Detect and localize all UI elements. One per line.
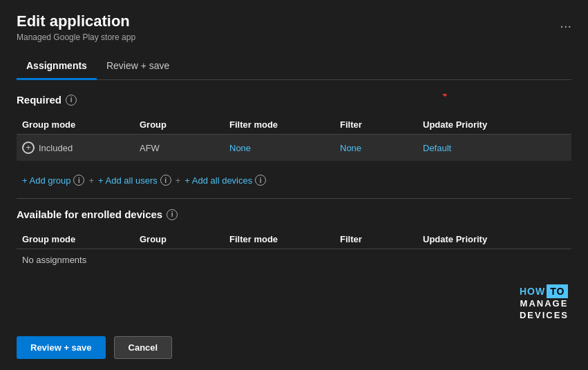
tab-assignments[interactable]: Assignments bbox=[17, 55, 97, 80]
section-divider bbox=[17, 198, 571, 199]
add-devices-info-icon[interactable]: i bbox=[255, 175, 266, 186]
content-area: Required i Group mode Group Filter mode … bbox=[17, 94, 571, 327]
enrolled-header-group: Group bbox=[140, 234, 229, 244]
cancel-button[interactable]: Cancel bbox=[114, 336, 173, 359]
header-area: Edit application Managed Google Play sto… bbox=[17, 12, 571, 42]
required-table-row: + Included AFW None None Default bbox=[17, 135, 571, 161]
included-plus-icon: + bbox=[22, 142, 35, 154]
footer-buttons: Review + save Cancel bbox=[17, 327, 571, 359]
tabs-row: Assignments Review + save bbox=[17, 55, 571, 80]
add-all-devices-link[interactable]: + Add all devices bbox=[184, 175, 252, 186]
cell-filter-mode[interactable]: None bbox=[229, 143, 340, 153]
enrolled-header-filter: Filter bbox=[340, 234, 423, 244]
enrolled-table-header: Group mode Group Filter mode Filter Upda… bbox=[17, 230, 571, 249]
more-options-button[interactable]: ... bbox=[560, 15, 571, 31]
header-group-mode: Group mode bbox=[22, 119, 140, 130]
watermark: HOW TO MANAGE DEVICES bbox=[520, 284, 569, 322]
enrolled-section-title: Available for enrolled devices i bbox=[17, 208, 571, 220]
required-info-icon[interactable]: i bbox=[66, 95, 77, 106]
enrolled-header-group-mode: Group mode bbox=[22, 234, 140, 244]
watermark-devices: DEVICES bbox=[520, 310, 569, 322]
add-users-info-icon[interactable]: i bbox=[160, 175, 171, 186]
enrolled-table: Group mode Group Filter mode Filter Upda… bbox=[17, 230, 571, 271]
add-group-info-icon[interactable]: i bbox=[73, 175, 84, 186]
cell-group: AFW bbox=[140, 143, 229, 153]
watermark-manage: MANAGE bbox=[520, 298, 569, 310]
header-update-priority: Update Priority bbox=[423, 119, 533, 130]
cell-filter[interactable]: None bbox=[340, 143, 423, 153]
review-save-button[interactable]: Review + save bbox=[17, 336, 106, 359]
no-assignments-text: No assignments bbox=[17, 249, 571, 271]
svg-line-0 bbox=[435, 94, 445, 95]
enrolled-header-filter-mode: Filter mode bbox=[229, 234, 340, 244]
enrolled-header-update-priority: Update Priority bbox=[423, 234, 533, 244]
page-subtitle: Managed Google Play store app bbox=[17, 32, 135, 42]
header-group: Group bbox=[140, 119, 229, 130]
red-arrow-icon bbox=[430, 94, 460, 124]
required-table-header: Group mode Group Filter mode Filter Upda… bbox=[17, 115, 571, 135]
cell-group-mode: + Included bbox=[22, 142, 140, 154]
add-all-users-link[interactable]: + Add all users bbox=[98, 175, 158, 186]
enrolled-info-icon[interactable]: i bbox=[167, 209, 178, 220]
required-section-title: Required i bbox=[17, 94, 571, 106]
add-group-link[interactable]: + Add group bbox=[22, 175, 70, 186]
add-links-row: + Add group i + + Add all users i + + Ad… bbox=[17, 168, 571, 195]
cell-update-priority[interactable]: Default bbox=[423, 143, 533, 153]
title-block: Edit application Managed Google Play sto… bbox=[17, 12, 135, 42]
tab-review-save[interactable]: Review + save bbox=[97, 55, 179, 80]
watermark-to: TO bbox=[547, 284, 568, 298]
main-container: Edit application Managed Google Play sto… bbox=[0, 0, 588, 370]
page-title: Edit application bbox=[17, 12, 135, 30]
required-table: Group mode Group Filter mode Filter Upda… bbox=[17, 115, 571, 161]
watermark-how: HOW bbox=[520, 285, 545, 298]
header-filter-mode: Filter mode bbox=[229, 119, 340, 130]
header-filter: Filter bbox=[340, 119, 423, 130]
